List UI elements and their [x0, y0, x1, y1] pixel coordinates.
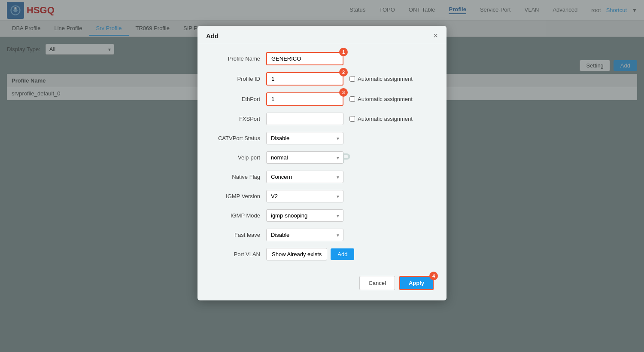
label-profile-name: Profile Name	[210, 55, 266, 62]
modal-overlay: Add × ForoISP Profile Name 1 Profile ID …	[0, 0, 644, 352]
label-catvport: CATVPort Status	[210, 135, 266, 141]
modal-title: Add	[206, 32, 219, 40]
add-vlan-button[interactable]: Add	[331, 248, 354, 260]
apply-button-wrap: Apply 4	[399, 276, 434, 290]
label-veip: Veip-port	[210, 154, 266, 161]
badge-4: 4	[429, 272, 438, 280]
label-native-flag: Native Flag	[210, 174, 266, 180]
profile-name-input[interactable]	[266, 52, 343, 65]
badge-3: 3	[339, 88, 348, 97]
form-row-ethport: EthPort 3 Automatic assignment	[210, 92, 434, 106]
ethport-auto-label: Automatic assignment	[358, 96, 413, 102]
form-row-profile-id: Profile ID 2 Automatic assignment	[210, 72, 434, 86]
form-row-fast-leave: Fast leave Disable Enable	[210, 229, 434, 241]
catvport-select-wrap: Disable Enable	[266, 132, 343, 144]
profile-name-field-wrap: 1	[266, 52, 343, 65]
igmp-mode-select[interactable]: igmp-snooping igmp-proxy	[266, 209, 343, 222]
igmp-version-select[interactable]: V2 V3	[266, 190, 343, 202]
modal-header: Add ×	[197, 26, 447, 44]
profile-id-input[interactable]	[266, 72, 343, 86]
native-flag-select[interactable]: Concern Normal	[266, 171, 343, 183]
ethport-auto-checkbox[interactable]	[349, 96, 355, 102]
fxsport-input[interactable]	[266, 113, 343, 125]
label-profile-id: Profile ID	[210, 76, 266, 82]
label-fxsport: FXSPort	[210, 116, 266, 122]
ethport-input[interactable]	[266, 92, 343, 106]
form-row-igmp-mode: IGMP Mode igmp-snooping igmp-proxy	[210, 209, 434, 222]
catvport-select[interactable]: Disable Enable	[266, 132, 343, 144]
fxsport-auto-checkbox[interactable]	[349, 116, 355, 122]
fast-leave-select[interactable]: Disable Enable	[266, 229, 343, 241]
form-row-fxsport: FXSPort Automatic assignment	[210, 113, 434, 125]
veip-select-wrap: normal	[266, 151, 343, 164]
form-row-catvport: CATVPort Status Disable Enable	[210, 132, 434, 144]
cancel-button[interactable]: Cancel	[359, 276, 395, 290]
form-row-igmp-version: IGMP Version V2 V3	[210, 190, 434, 202]
fxsport-auto-wrap: Automatic assignment	[349, 116, 413, 122]
badge-2: 2	[339, 68, 348, 77]
modal-footer: Cancel Apply 4	[197, 272, 447, 290]
ethport-auto-wrap: Automatic assignment	[349, 96, 413, 102]
badge-1: 1	[339, 48, 348, 56]
igmp-mode-select-wrap: igmp-snooping igmp-proxy	[266, 209, 343, 222]
form-row-profile-name: Profile Name 1	[210, 52, 434, 65]
label-igmp-version: IGMP Version	[210, 193, 266, 199]
form-row-port-vlan: Port VLAN Show Already exists Add	[210, 248, 434, 260]
profile-id-auto-wrap: Automatic assignment	[349, 76, 413, 82]
label-port-vlan: Port VLAN	[210, 251, 266, 257]
fxsport-auto-label: Automatic assignment	[358, 116, 413, 122]
profile-id-field-wrap: 2	[266, 72, 343, 86]
form-row-veip: Veip-port normal	[210, 151, 434, 164]
label-fast-leave: Fast leave	[210, 232, 266, 238]
modal-close-button[interactable]: ×	[433, 32, 438, 40]
ethport-field-wrap: 3	[266, 92, 343, 106]
label-igmp-mode: IGMP Mode	[210, 212, 266, 219]
profile-id-auto-checkbox[interactable]	[349, 76, 355, 82]
add-modal: Add × ForoISP Profile Name 1 Profile ID …	[197, 26, 447, 300]
show-already-button[interactable]: Show Already exists	[266, 248, 327, 260]
fast-leave-select-wrap: Disable Enable	[266, 229, 343, 241]
form-row-native-flag: Native Flag Concern Normal	[210, 171, 434, 183]
igmp-version-select-wrap: V2 V3	[266, 190, 343, 202]
modal-body: ForoISP Profile Name 1 Profile ID 2 Aut	[197, 44, 447, 272]
apply-button[interactable]: Apply	[399, 276, 434, 290]
profile-id-auto-label: Automatic assignment	[358, 76, 413, 82]
label-ethport: EthPort	[210, 96, 266, 102]
native-flag-select-wrap: Concern Normal	[266, 171, 343, 183]
veip-select[interactable]: normal	[266, 151, 343, 164]
